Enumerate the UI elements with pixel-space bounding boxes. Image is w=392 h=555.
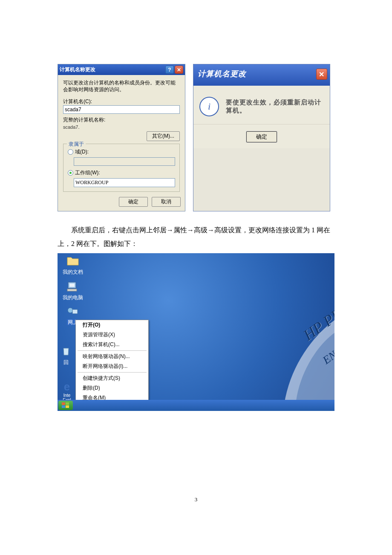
menu-search[interactable]: 搜索计算机(C)... <box>76 340 148 350</box>
msg-ok-button[interactable]: 确定 <box>246 131 277 142</box>
menu-disconnect-drive[interactable]: 断开网络驱动器(I)... <box>76 361 148 371</box>
domain-label: 域(D): <box>75 148 89 156</box>
cancel-button[interactable]: 取消 <box>152 197 181 207</box>
context-menu: 打开(O) 资源管理器(X) 搜索计算机(C)... 映射网络驱动器(N)...… <box>75 320 149 411</box>
member-legend: 隶属于 <box>67 141 86 148</box>
close-icon[interactable]: ✕ <box>316 69 327 80</box>
close-icon[interactable]: ✕ <box>175 66 183 74</box>
svg-rect-2 <box>67 289 77 291</box>
taskbar[interactable] <box>58 400 334 411</box>
workgroup-input[interactable] <box>74 178 175 187</box>
dialog-title: 计算机名称更改 <box>60 66 164 73</box>
workgroup-label: 工作组(W): <box>75 169 100 176</box>
dialog-description: 可以更改这台计算机的名称和成员身份。更改可能会影响对网络资源的访问。 <box>63 79 180 93</box>
start-button[interactable] <box>58 401 73 410</box>
browser-icon: e <box>60 381 74 392</box>
svg-rect-7 <box>62 405 65 408</box>
ok-button[interactable]: 确定 <box>119 197 148 207</box>
info-icon: i <box>199 97 219 116</box>
my-documents-icon[interactable]: 我的文档 <box>60 256 86 276</box>
recycle-bin-icon[interactable]: 回 <box>60 346 72 366</box>
menu-map-drive[interactable]: 映射网络驱动器(N)... <box>76 352 148 361</box>
full-name-value: scada7. <box>63 124 180 130</box>
desktop-screenshot: 我的文档 我的电脑 网上 回 e Inte Expl 打开(O) <box>58 253 334 411</box>
menu-delete[interactable]: 删除(D) <box>76 383 148 393</box>
workgroup-radio[interactable] <box>68 170 73 176</box>
folder-icon <box>60 256 86 268</box>
msg-title: 计算机名更改 <box>198 69 316 79</box>
svg-rect-8 <box>66 405 69 408</box>
msg-titlebar: 计算机名更改 ✕ <box>193 64 330 86</box>
computer-name-label: 计算机名(C): <box>63 98 180 105</box>
menu-explorer[interactable]: 资源管理器(X) <box>76 330 148 340</box>
menu-open[interactable]: 打开(O) <box>76 320 148 330</box>
help-icon[interactable]: ? <box>165 66 174 74</box>
instruction-text: 系统重启后，右键点击网上邻居→属性→高级→高级设置，更改网络连接设置为 1 网在… <box>58 223 334 251</box>
menu-separator <box>78 372 147 373</box>
title-bar: 计算机名称更改 ? ✕ <box>58 64 185 75</box>
menu-separator <box>78 350 147 351</box>
menu-shortcut[interactable]: 创建快捷方式(S) <box>76 373 148 383</box>
svg-point-3 <box>68 308 73 313</box>
svg-rect-5 <box>62 402 65 405</box>
msg-text: 要使更改生效，必须重新启动计算机。 <box>226 98 324 115</box>
network-icon <box>60 307 86 318</box>
svg-rect-4 <box>72 309 78 314</box>
member-of-group: 隶属于 域(D): 工作组(W): <box>63 144 180 192</box>
more-button[interactable]: 其它(M)... <box>147 131 180 141</box>
restart-required-dialog: 计算机名更改 ✕ i 要使更改生效，必须重新启动计算机。 确定 <box>193 64 330 211</box>
computer-name-input[interactable] <box>63 105 180 114</box>
my-computer-label: 我的电脑 <box>63 295 83 301</box>
computer-name-change-dialog: 计算机名称更改 ? ✕ 可以更改这台计算机的名称和成员身份。更改可能会影响对网络… <box>58 64 185 211</box>
computer-icon <box>60 281 86 293</box>
recycle-icon <box>60 346 72 358</box>
recycle-bin-label: 回 <box>63 359 69 365</box>
svg-rect-1 <box>69 283 75 287</box>
svg-rect-6 <box>66 402 69 405</box>
domain-radio[interactable] <box>68 149 73 155</box>
my-computer-icon[interactable]: 我的电脑 <box>60 281 86 301</box>
ie-icon[interactable]: e Inte Expl <box>60 381 74 402</box>
page-number: 3 <box>58 496 334 503</box>
start-icon <box>62 402 69 408</box>
my-documents-label: 我的文档 <box>63 269 83 275</box>
full-name-label: 完整的计算机名称: <box>63 116 180 124</box>
domain-input <box>74 157 175 166</box>
